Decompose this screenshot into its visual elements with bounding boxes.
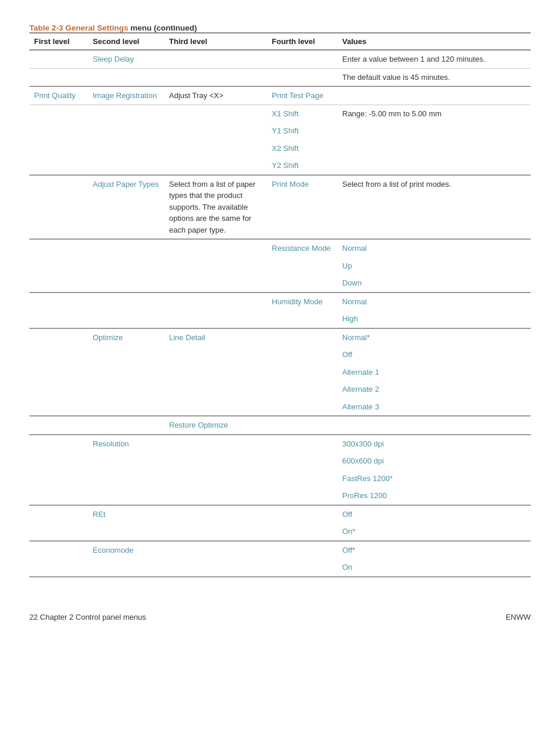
table-row: Resistance ModeNormal [29, 239, 531, 257]
table-row: REtOff [29, 505, 531, 523]
header-second-level: Second level [88, 33, 164, 50]
table-cell: Optimize [88, 328, 164, 347]
table-cell [29, 239, 88, 257]
table-cell: Normal* [338, 328, 531, 347]
table-cell [88, 274, 164, 293]
table-cell [164, 157, 267, 175]
table-cell: Economode [88, 541, 164, 559]
table-cell: The default value is 45 minutes. [338, 68, 531, 86]
footer-brand: ENWW [505, 613, 531, 621]
table-cell: On* [338, 523, 531, 541]
table-cell [29, 157, 88, 175]
table-cell [164, 293, 267, 311]
table-cell [164, 140, 267, 157]
table-cell [88, 293, 164, 311]
table-row: X2 Shift [29, 140, 531, 157]
table-cell: Sleep Delay [88, 50, 164, 68]
table-cell: Up [338, 257, 531, 275]
table-header-row: First level Second level Third level Fou… [29, 33, 531, 50]
table-cell [164, 435, 267, 453]
table-cell [267, 452, 338, 470]
table-row: Humidity ModeNormal [29, 293, 531, 311]
table-row: Down [29, 274, 531, 293]
table-cell: Image Registration [88, 86, 164, 105]
table-cell [338, 157, 531, 175]
table-cell: X1 Shift [267, 105, 338, 122]
table-cell [29, 50, 88, 68]
table-row: High [29, 310, 531, 328]
table-cell [164, 239, 267, 257]
table-cell: Alternate 1 [338, 364, 531, 381]
table-cell: Resolution [88, 435, 164, 453]
table-cell: Y1 Shift [267, 122, 338, 140]
table-cell [164, 346, 267, 364]
table-cell [88, 523, 164, 541]
table-cell [88, 239, 164, 257]
table-row: Alternate 1 [29, 364, 531, 381]
table-cell: Y2 Shift [267, 157, 338, 175]
table-cell [88, 346, 164, 364]
table-cell [267, 559, 338, 577]
table-cell [164, 470, 267, 488]
table-row: Y1 Shift [29, 122, 531, 140]
table-cell [164, 50, 267, 68]
table-cell: Off [338, 346, 531, 364]
table-cell: Restore Optimize [164, 416, 267, 435]
table-cell [267, 435, 338, 453]
table-cell [88, 470, 164, 488]
table-cell: Down [338, 274, 531, 293]
table-cell: 600x600 dpi [338, 452, 531, 470]
table-cell: High [338, 310, 531, 328]
table-cell [29, 274, 88, 293]
table-cell [267, 416, 338, 435]
table-cell [29, 505, 88, 523]
table-cell: Alternate 3 [338, 398, 531, 416]
table-cell [29, 328, 88, 347]
header-third-level: Third level [164, 33, 267, 50]
table-cell: Print Mode [267, 175, 338, 240]
table-cell: Adjust Paper Types [88, 175, 164, 240]
table-title: Table 2-3 General Settings menu (continu… [29, 23, 531, 32]
table-cell [338, 416, 531, 435]
table-cell [267, 487, 338, 505]
table-cell [267, 398, 338, 416]
table-cell: Select from a list of paper types that t… [164, 175, 267, 240]
table-cell [267, 50, 338, 68]
table-cell: Resistance Mode [267, 239, 338, 257]
table-cell [164, 505, 267, 523]
table-cell [29, 487, 88, 505]
table-cell: X2 Shift [267, 140, 338, 157]
header-values: Values [338, 33, 531, 50]
table-cell [164, 310, 267, 328]
table-row: Resolution300x300 dpi [29, 435, 531, 453]
header-fourth-level: Fourth level [267, 33, 338, 50]
table-cell [29, 541, 88, 559]
table-cell [338, 122, 531, 140]
table-cell: Adjust Tray <X> [164, 86, 267, 105]
table-row: EconomodeOff* [29, 541, 531, 559]
table-cell: 300x300 dpi [338, 435, 531, 453]
table-row: Off [29, 346, 531, 364]
table-cell [267, 505, 338, 523]
table-cell [267, 274, 338, 293]
table-cell [29, 293, 88, 311]
table-cell [29, 310, 88, 328]
table-row: Up [29, 257, 531, 275]
table-cell: Off [338, 505, 531, 523]
table-cell [29, 523, 88, 541]
table-cell [164, 122, 267, 140]
table-cell [29, 398, 88, 416]
table-cell [29, 122, 88, 140]
table-cell [29, 435, 88, 453]
table-cell: Print Quality [29, 86, 88, 105]
table-cell [164, 452, 267, 470]
table-row: On [29, 559, 531, 577]
table-cell [29, 257, 88, 275]
table-cell: Print Test Page [267, 86, 338, 105]
table-cell [164, 274, 267, 293]
table-cell [29, 381, 88, 398]
table-cell [88, 364, 164, 381]
table-cell [29, 364, 88, 381]
table-row: Restore Optimize [29, 416, 531, 435]
table-cell [88, 381, 164, 398]
